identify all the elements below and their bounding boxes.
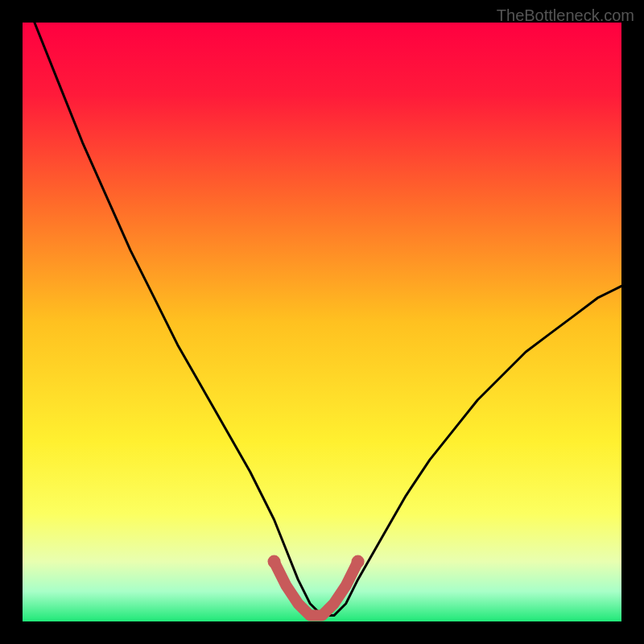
plot-background <box>23 23 621 621</box>
watermark-text: TheBottleneck.com <box>497 6 634 25</box>
chart-container <box>0 0 644 644</box>
bottleneck-curve-chart <box>0 0 644 644</box>
highlight-endpoint <box>268 555 281 568</box>
highlight-endpoint <box>352 555 365 568</box>
